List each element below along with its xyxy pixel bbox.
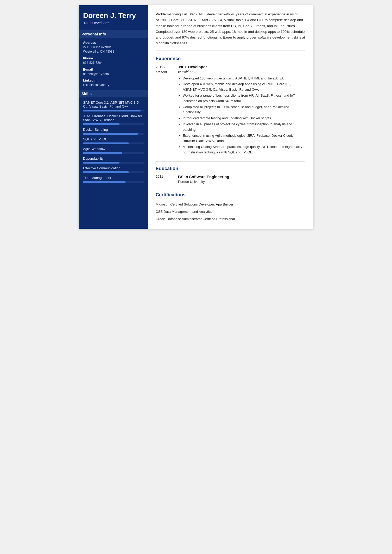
skill-name-7: Time Management [83, 176, 144, 180]
job-0-title: .NET Developer [178, 65, 305, 69]
bullet-1: Developed 43+ web, mobile and desktop ap… [183, 82, 305, 92]
skill-name-1: JIRA, Firebase, Docker Cloud, Browser St… [83, 114, 144, 122]
experience-section: Experience 2012 -present .NET Developer … [156, 56, 305, 162]
experience-title: Experience [156, 56, 305, 61]
linkedin-label: LinkedIn [83, 79, 144, 82]
bullet-0: Developed 130 web projects using ASP.NET… [183, 76, 305, 81]
address-label: Address [83, 41, 144, 45]
bullet-4: Introduced remote testing and updating w… [183, 116, 305, 121]
edu-0-date: 2011 [156, 175, 174, 184]
phone-value: 614-821-7264 [83, 61, 144, 65]
job-0-content: .NET Developer wareHouse Developed 130 w… [178, 65, 305, 156]
education-section: Education 2011 BS in Software Engineerin… [156, 166, 305, 188]
skills-list: SP.NET Core 3.1, ASP.NET MVC 3-5, C#, Vi… [83, 101, 144, 183]
skill-bar-0 [83, 110, 144, 111]
skill-name-2: Docker Scripting [83, 128, 144, 132]
skill-name-6: Effective Communication [83, 166, 144, 170]
main-content: Problem-solving Full Stack .NET develope… [148, 5, 313, 229]
skill-bar-1 [83, 123, 144, 125]
email-label: E-mail [83, 68, 144, 71]
personal-info-fields: Address 2711 Collins AvenueWesterville, … [83, 41, 144, 87]
skill-bar-5 [83, 162, 144, 164]
phone-label: Phone [83, 57, 144, 60]
cert-1: CSE Data Management and Analytics [156, 208, 305, 215]
address-value: 2711 Collins AvenueWesterville, OH 43081 [83, 45, 144, 54]
bullet-6: Experienced in using Agile methodologies… [183, 133, 305, 144]
certifications-title: Certifications [156, 192, 305, 198]
job-0-bullets: Developed 130 web projects using ASP.NET… [178, 76, 305, 155]
edu-0: 2011 BS in Software Engineering Purdue U… [156, 175, 305, 184]
job-0-company: wareHouse [178, 70, 305, 74]
sidebar: Doreen J. Terry .NET Developer Personal … [79, 5, 148, 229]
skill-bar-6 [83, 171, 144, 173]
candidate-title: .NET Developer [83, 21, 144, 25]
bullet-3: Completed all projects to 100% schedule … [183, 104, 305, 115]
skill-name-5: Dependability [83, 157, 144, 160]
cert-0: Microsoft Certified Solutions Developer:… [156, 201, 305, 208]
skills-header: Skills [79, 90, 148, 97]
personal-info-header: Personal Info [79, 30, 148, 38]
email-value: doreen@terry.com [83, 72, 144, 76]
linkedin-value: linkedin.com/dterry [83, 83, 144, 87]
skill-name-4: Agile Workflow [83, 147, 144, 151]
edu-0-degree: BS in Software Engineering [178, 175, 229, 179]
skill-name-3: SQL and T-SQL [83, 137, 144, 141]
certifications-section: Certifications Microsoft Certified Solut… [156, 192, 305, 222]
candidate-name: Doreen J. Terry [83, 11, 144, 20]
skill-name-0: SP.NET Core 3.1, ASP.NET MVC 3-5, C#, Vi… [83, 101, 144, 108]
job-0-date: 2012 -present [156, 65, 174, 156]
resume-container: Doreen J. Terry .NET Developer Personal … [79, 5, 313, 229]
skill-bar-7 [83, 181, 144, 183]
job-0: 2012 -present .NET Developer wareHouse D… [156, 65, 305, 156]
skill-bar-2 [83, 133, 144, 135]
edu-0-content: BS in Software Engineering Purdue Univer… [178, 175, 229, 184]
cert-2: Oracle Database Administrator Certified … [156, 215, 305, 222]
edu-0-school: Purdue University [178, 180, 229, 184]
bullet-2: Worked for a range of business clients f… [183, 93, 305, 104]
bullet-7: Maintaining Coding Standard practices, h… [183, 144, 305, 155]
summary: Problem-solving Full Stack .NET develope… [156, 11, 305, 51]
skill-bar-3 [83, 142, 144, 144]
skill-bar-4 [83, 152, 144, 154]
bullet-5: Involved in all phases of project life c… [183, 122, 305, 133]
education-title: Education [156, 166, 305, 171]
